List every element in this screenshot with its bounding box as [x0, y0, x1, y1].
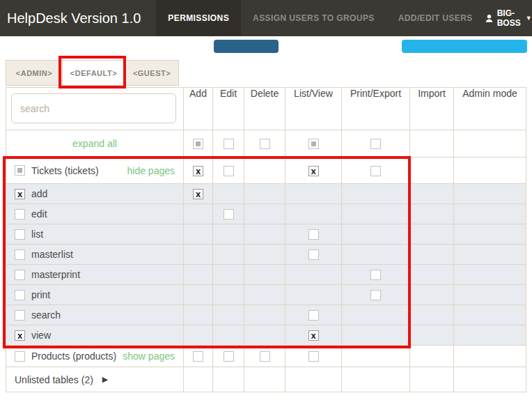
checkbox-expand-all-delete[interactable] [260, 139, 270, 149]
table-row-masterlist: masterlist [6, 245, 526, 265]
checkbox-products-row[interactable] [15, 351, 25, 362]
checkbox-masterlist-row[interactable] [15, 249, 25, 260]
permission-cell [454, 130, 526, 157]
row-label: Tickets (tickets) [31, 165, 99, 176]
permission-cell [244, 265, 285, 285]
nav-item-permissions[interactable]: PERMISSIONS [156, 0, 241, 36]
table-row-add: xaddx [6, 184, 526, 204]
permission-cell [184, 367, 213, 392]
checkbox-list-row[interactable] [15, 229, 25, 240]
permission-cell [454, 346, 526, 367]
permission-cell [454, 184, 526, 204]
checkbox-products-delete[interactable] [260, 351, 270, 362]
search-input[interactable] [11, 93, 176, 123]
column-header-print-export: Print/Export [342, 88, 410, 130]
checkbox-edit-edit[interactable] [224, 209, 234, 220]
checkbox-view-row[interactable]: x [15, 330, 25, 341]
permission-cell [213, 224, 244, 245]
checkbox-print-print-export[interactable] [370, 290, 381, 300]
permission-cell [410, 130, 454, 157]
permissions-table: AddEditDeleteList/ViewPrint/ExportImport… [6, 87, 526, 392]
table-row-masterprint: masterprint [6, 265, 526, 285]
column-header-list-view: List/View [285, 88, 342, 130]
permission-cell [410, 325, 454, 346]
checkbox-add-row[interactable]: x [15, 189, 25, 199]
permission-cell [184, 130, 213, 157]
partial-button-right[interactable] [402, 40, 527, 53]
checkbox-products-edit[interactable] [224, 351, 234, 362]
tab-guest[interactable]: <GUEST> [125, 60, 179, 86]
permission-cell [454, 305, 526, 325]
tab-default[interactable]: <DEFAULT> [63, 60, 125, 86]
row-name-cell: edit [6, 204, 184, 224]
permission-cell [244, 285, 285, 305]
row-name-cell: xview [6, 325, 184, 346]
checkbox-print-row[interactable] [15, 290, 25, 300]
permission-cell [184, 265, 213, 285]
permission-cell [184, 305, 213, 325]
checkbox-edit-row[interactable] [15, 209, 25, 220]
table-row-unlisted: Unlisted tables (2)▶ [6, 367, 526, 392]
permission-cell [285, 224, 342, 245]
permission-cell [410, 157, 454, 184]
checkbox-expand-all-add[interactable] [193, 139, 203, 149]
checkbox-expand-all-list-view[interactable] [308, 139, 319, 149]
permission-cell [342, 325, 410, 346]
permission-cell: x [285, 157, 342, 184]
nav-item-assign-users-to-groups[interactable]: ASSIGN USERS TO GROUPS [241, 0, 386, 36]
partial-button-left[interactable] [214, 40, 279, 53]
checkbox-add-add[interactable]: x [193, 189, 203, 199]
permission-cell [244, 204, 285, 224]
hide-pages-link[interactable]: hide pages [127, 165, 175, 176]
column-header-delete: Delete [244, 88, 285, 130]
checkbox-masterprint-row[interactable] [15, 270, 25, 280]
row-label: Unlisted tables (2) [15, 374, 93, 385]
row-name-cell: search [6, 305, 184, 325]
checkbox-masterprint-print-export[interactable] [370, 270, 381, 280]
permission-cell [410, 285, 454, 305]
permission-cell [454, 265, 526, 285]
permission-cell [342, 245, 410, 265]
user-menu-button[interactable]: BIG-BOSS ▼ [485, 0, 532, 36]
checkbox-products-list-view[interactable] [308, 351, 319, 362]
checkbox-products-add[interactable] [193, 351, 203, 362]
checkbox-tickets-edit[interactable] [224, 166, 234, 176]
expand-all-link[interactable]: expand all [72, 138, 117, 149]
group-tabs: <ADMIN><DEFAULT><GUEST> [6, 60, 179, 86]
table-row-tickets: Tickets (tickets)hide pagesxx [6, 157, 526, 184]
checkbox-view-list-view[interactable]: x [308, 330, 319, 341]
checkbox-tickets-print-export[interactable] [370, 166, 381, 176]
row-label: search [31, 309, 61, 321]
permission-cell [213, 265, 244, 285]
permission-cell [244, 367, 285, 392]
checkbox-tickets-add[interactable]: x [193, 166, 203, 176]
permission-cell [410, 224, 454, 245]
permission-cell [342, 130, 410, 157]
permission-cell [184, 245, 213, 265]
permission-cell [285, 305, 342, 325]
tab-admin[interactable]: <ADMIN> [6, 60, 63, 86]
table-row-view: xviewx [6, 325, 526, 346]
table-row-search: search [6, 305, 526, 325]
checkbox-tickets-row[interactable] [15, 165, 25, 176]
checkbox-expand-all-print-export[interactable] [370, 139, 381, 149]
checkbox-search-row[interactable] [15, 310, 25, 321]
permission-cell [285, 245, 342, 265]
unlisted-tables-toggle[interactable]: Unlisted tables (2)▶ [6, 374, 183, 385]
show-pages-link[interactable]: show pages [123, 351, 175, 362]
nav-item-add-edit-users[interactable]: ADD/EDIT USERS [386, 0, 485, 36]
permission-cell [213, 157, 244, 184]
checkbox-masterlist-list-view[interactable] [308, 249, 319, 260]
permission-cell [244, 157, 285, 184]
expand-arrow-icon[interactable]: ▶ [102, 375, 108, 384]
row-name-cell: expand all [6, 130, 184, 157]
permission-cell [342, 204, 410, 224]
checkbox-list-list-view[interactable] [308, 229, 319, 240]
checkbox-search-list-view[interactable] [308, 310, 319, 321]
checkbox-expand-all-edit[interactable] [224, 139, 234, 149]
row-name-cell: Unlisted tables (2)▶ [6, 367, 184, 392]
permission-cell [213, 204, 244, 224]
row-name-cell: print [6, 285, 184, 305]
permission-cell [342, 346, 410, 367]
checkbox-tickets-list-view[interactable]: x [308, 166, 319, 176]
